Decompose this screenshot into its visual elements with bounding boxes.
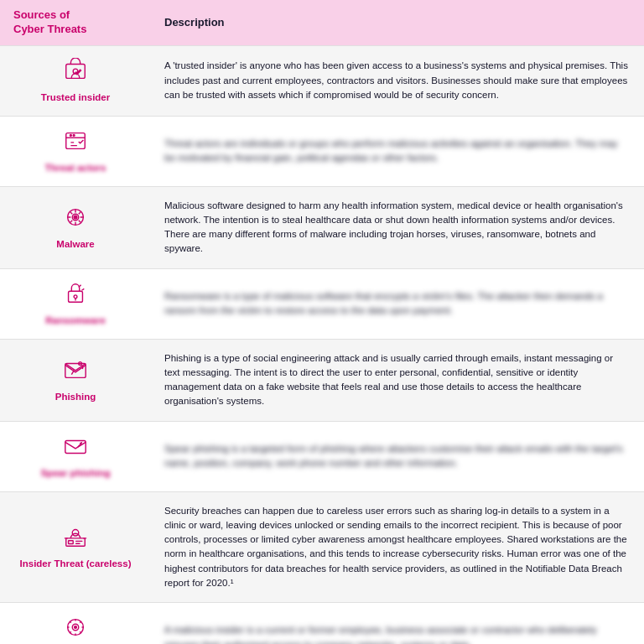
row-insider-threat-malicious-source: Insider Threat (malicious) [0, 603, 151, 644]
row-insider-threat-careless-source: Insider Threat (careless) [0, 492, 151, 603]
header-description-column: Description [164, 16, 631, 29]
ransomware-desc: Ransomware is a type of malicious softwa… [151, 269, 644, 339]
spear-phishing-label: Spear phishing [40, 467, 110, 480]
row-threat-actors-source: Threat actors [0, 117, 151, 186]
header-sources-line2: Cyber Threats [13, 23, 86, 35]
svg-point-3 [70, 134, 71, 136]
svg-rect-12 [65, 440, 86, 453]
trusted-insider-desc: A 'trusted insider' is anyone who has be… [151, 46, 644, 116]
row-spear-phishing: Spear phishing Spear phishing is a targe… [0, 422, 644, 492]
row-malware-source: Malware [0, 187, 151, 268]
svg-rect-16 [75, 543, 80, 543]
row-phishing-source: Phishing [0, 340, 151, 421]
svg-rect-14 [69, 541, 74, 544]
svg-point-7 [74, 216, 77, 219]
svg-point-17 [72, 529, 79, 536]
row-trusted-insider-source: Trusted insider [0, 46, 151, 116]
trusted-insider-label: Trusted insider [41, 91, 110, 104]
row-insider-threat-malicious: Insider Threat (malicious) A malicious i… [0, 603, 644, 644]
trusted-insider-icon [63, 58, 88, 86]
phishing-desc: Phishing is a type of social engineering… [151, 340, 644, 421]
malware-desc: Malicious software designed to harm any … [151, 187, 644, 268]
cyber-threats-table: Sources of Cyber Threats Description Tru… [0, 0, 644, 644]
insider-threat-malicious-desc: A malicious insider is a current or form… [151, 603, 644, 644]
threat-actors-label: Threat actors [45, 162, 106, 174]
spear-phishing-icon [63, 434, 88, 462]
insider-threat-careless-icon [63, 524, 88, 553]
row-insider-threat-careless: Insider Threat (careless) Security breac… [0, 492, 644, 604]
row-threat-actors: Threat actors Threat actors are individu… [0, 117, 644, 187]
row-trusted-insider: Trusted insider A 'trusted insider' is a… [0, 46, 644, 117]
insider-threat-careless-desc: Security breaches can happen due to care… [151, 492, 644, 603]
ransomware-label: Ransomware [45, 314, 106, 327]
phishing-icon [63, 357, 88, 386]
threat-actors-desc: Threat actors are individuals or groups … [151, 117, 644, 186]
header-sources-line1: Sources of [13, 8, 70, 21]
ransomware-icon [63, 281, 88, 309]
malware-icon [63, 205, 88, 233]
svg-rect-15 [75, 541, 82, 542]
row-malware: Malware Malicious software designed to h… [0, 187, 644, 269]
row-phishing: Phishing Phishing is a type of social en… [0, 340, 644, 422]
row-ransomware-source: Ransomware [0, 269, 151, 339]
threat-actors-icon [63, 128, 88, 157]
row-ransomware: Ransomware Ransomware is a type of malic… [0, 269, 644, 340]
svg-point-20 [75, 626, 77, 629]
insider-threat-careless-label: Insider Threat (careless) [20, 558, 132, 570]
svg-point-9 [74, 295, 77, 299]
table-header: Sources of Cyber Threats Description [0, 0, 644, 46]
header-source-column: Sources of Cyber Threats [13, 8, 164, 37]
insider-threat-malicious-icon [63, 615, 88, 643]
svg-point-4 [73, 134, 75, 136]
spear-phishing-desc: Spear phishing is a targeted form of phi… [151, 422, 644, 491]
phishing-label: Phishing [55, 391, 96, 403]
malware-label: Malware [56, 238, 94, 251]
svg-rect-0 [66, 64, 86, 78]
row-spear-phishing-source: Spear phishing [0, 422, 151, 491]
